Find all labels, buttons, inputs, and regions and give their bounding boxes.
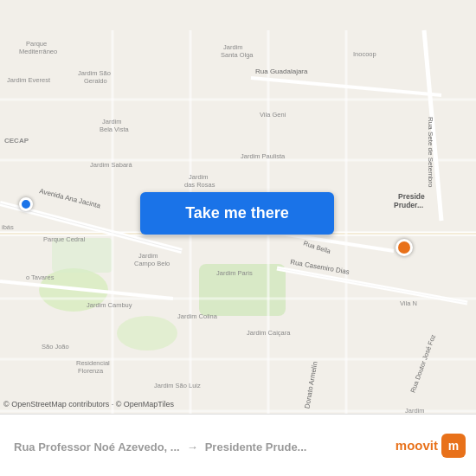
svg-text:Jardim Sabará: Jardim Sabará (90, 161, 133, 169)
svg-text:Rua Guadalajara: Rua Guadalajara (255, 68, 308, 75)
svg-text:Jardim Caiçara: Jardim Caiçara (247, 329, 291, 337)
svg-text:São João: São João (42, 343, 69, 351)
map-attribution: © OpenStreetMap contributors · © OpenMap… (3, 400, 174, 408)
svg-text:Jardim Paulista: Jardim Paulista (241, 152, 286, 160)
svg-text:Preside: Preside (398, 192, 425, 201)
arrow-separator: → (187, 441, 198, 453)
bottom-bar-locations: Rua Professor Noé Azevedo, ... → Preside… (10, 437, 396, 453)
svg-text:Residencial: Residencial (76, 359, 110, 367)
svg-text:das Rosas: das Rosas (184, 181, 215, 189)
take-me-there-button[interactable]: Take me there (140, 192, 334, 235)
svg-text:CECAP: CECAP (4, 137, 29, 145)
svg-text:ibás: ibás (2, 223, 14, 231)
svg-text:Jardim São Luiz: Jardim São Luiz (154, 382, 201, 389)
svg-text:Vila Geni: Vila Geni (260, 111, 286, 119)
svg-rect-4 (52, 238, 113, 273)
svg-text:Jardim Colina: Jardim Colina (177, 312, 218, 320)
svg-text:Jardim Cambuy: Jardim Cambuy (87, 301, 132, 309)
svg-text:Campo Belo: Campo Belo (134, 260, 170, 267)
svg-text:Jardim: Jardim (223, 43, 243, 51)
app-container: Avenida Ana Jacinta Rua Rui Barbosa Rua … (0, 0, 476, 476)
svg-text:Mediterrâneo: Mediterrâneo (19, 48, 57, 55)
svg-text:Jardim: Jardim (138, 252, 158, 260)
origin-marker (19, 197, 33, 211)
svg-text:Bela Vista: Bela Vista (100, 125, 129, 133)
svg-text:Vila N: Vila N (400, 299, 417, 307)
svg-text:Pruder...: Pruder... (394, 201, 423, 209)
svg-text:Santa Olga: Santa Olga (221, 51, 254, 59)
svg-text:Jardim: Jardim (189, 173, 209, 181)
moovit-logo: moovit m (396, 434, 466, 458)
moovit-icon: m (441, 434, 466, 458)
svg-text:Florenza: Florenza (78, 367, 104, 375)
svg-text:o Tavares: o Tavares (26, 273, 55, 281)
bottom-bar: Rua Professor Noé Azevedo, ... → Preside… (0, 414, 476, 476)
svg-text:Rua Sete de Setembro: Rua Sete de Setembro (427, 117, 434, 188)
svg-text:Jardim Everest: Jardim Everest (7, 76, 51, 84)
destination-label: Presidente Prude... (205, 441, 307, 453)
svg-text:Jardim Paris: Jardim Paris (216, 269, 253, 277)
svg-point-3 (117, 316, 177, 351)
svg-text:Inocoop: Inocoop (353, 50, 376, 58)
svg-text:Jardim: Jardim (102, 118, 122, 125)
destination-marker (396, 239, 413, 256)
svg-text:Geraldo: Geraldo (84, 77, 107, 85)
destination-circle (396, 239, 413, 256)
origin-label: Rua Professor Noé Azevedo, ... (14, 441, 180, 453)
svg-text:Jardim São: Jardim São (78, 69, 111, 77)
moovit-text: moovit (396, 438, 438, 453)
route-summary: Rua Professor Noé Azevedo, ... → Preside… (10, 441, 396, 453)
svg-text:Parque Cedral: Parque Cedral (43, 235, 86, 243)
svg-text:Parque: Parque (26, 40, 47, 48)
